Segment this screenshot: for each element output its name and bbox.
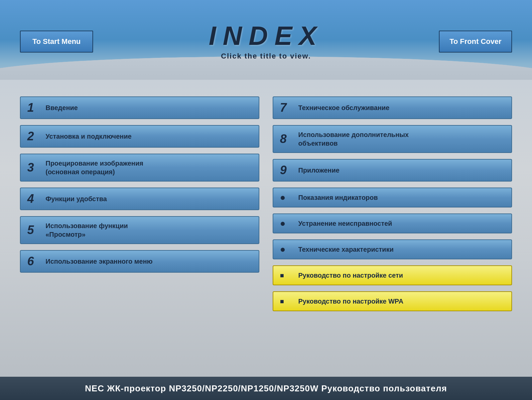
index-subtitle: Click the title to view. bbox=[93, 52, 439, 61]
left-item-2[interactable]: 2Установка и подключение bbox=[20, 125, 259, 148]
right-item-4-bullet: ● bbox=[280, 193, 298, 202]
to-front-cover-button[interactable]: To Front Cover bbox=[439, 31, 512, 53]
right-item-7-label: Руководство по настройке сети bbox=[298, 271, 403, 280]
left-item-4-label: Функции удобства bbox=[46, 195, 107, 203]
right-item-4[interactable]: ●Показания индикаторов bbox=[273, 188, 512, 207]
right-item-6-label: Технические характеристики bbox=[298, 245, 394, 254]
left-item-2-number: 2 bbox=[27, 130, 46, 142]
right-item-3[interactable]: 9Приложение bbox=[273, 159, 512, 182]
header-center: INDEX Click the title to view. bbox=[93, 23, 439, 61]
left-item-6[interactable]: 6Использование экранного меню bbox=[20, 250, 259, 273]
right-item-8[interactable]: ■Руководство по настройке WPA bbox=[273, 291, 512, 311]
right-column: 7Техническое обслуживание8Использование … bbox=[273, 96, 512, 367]
left-item-4-number: 4 bbox=[27, 193, 46, 205]
right-item-5-label: Устранение неисправностей bbox=[298, 219, 392, 228]
right-item-3-number: 9 bbox=[280, 164, 298, 176]
left-item-6-label: Использование экранного меню bbox=[46, 257, 153, 266]
right-item-2-label: Использование дополнительных объективов bbox=[298, 130, 409, 148]
left-item-5-label: Использование функции «Просмотр» bbox=[46, 221, 128, 239]
header: To Start Menu INDEX Click the title to v… bbox=[0, 0, 532, 80]
footer: NEC ЖК-проектор NP3250/NP2250/NP1250/NP3… bbox=[0, 377, 532, 400]
right-item-1-label: Техническое обслуживание bbox=[298, 103, 389, 112]
right-item-5[interactable]: ●Устранение неисправностей bbox=[273, 213, 512, 233]
right-item-2[interactable]: 8Использование дополнительных объективов bbox=[273, 125, 512, 153]
main-content: 1Введение2Установка и подключение3Проеци… bbox=[0, 80, 532, 377]
index-title: INDEX bbox=[93, 23, 439, 49]
left-item-1-number: 1 bbox=[27, 102, 46, 114]
footer-text: NEC ЖК-проектор NP3250/NP2250/NP1250/NP3… bbox=[85, 383, 447, 394]
to-start-menu-button[interactable]: To Start Menu bbox=[20, 31, 93, 53]
left-item-6-number: 6 bbox=[27, 255, 46, 267]
left-item-2-label: Установка и подключение bbox=[46, 132, 132, 141]
right-item-3-label: Приложение bbox=[298, 166, 339, 175]
right-item-6-bullet: ● bbox=[280, 245, 298, 254]
right-item-8-label: Руководство по настройке WPA bbox=[298, 297, 403, 306]
left-item-4[interactable]: 4Функции удобства bbox=[20, 188, 259, 210]
left-item-1-label: Введение bbox=[46, 103, 78, 112]
left-item-5[interactable]: 5Использование функции «Просмотр» bbox=[20, 216, 259, 244]
left-item-5-number: 5 bbox=[27, 224, 46, 236]
right-item-5-bullet: ● bbox=[280, 219, 298, 228]
left-item-3[interactable]: 3Проецирование изображения (основная опе… bbox=[20, 154, 259, 182]
left-item-3-number: 3 bbox=[27, 162, 46, 174]
right-item-4-label: Показания индикаторов bbox=[298, 193, 378, 202]
right-item-2-number: 8 bbox=[280, 133, 298, 145]
right-item-6[interactable]: ●Технические характеристики bbox=[273, 239, 512, 259]
right-item-1[interactable]: 7Техническое обслуживание bbox=[273, 96, 512, 119]
left-item-1[interactable]: 1Введение bbox=[20, 96, 259, 119]
right-item-1-number: 7 bbox=[280, 102, 298, 114]
right-item-8-bullet: ■ bbox=[280, 298, 298, 305]
left-column: 1Введение2Установка и подключение3Проеци… bbox=[20, 96, 259, 367]
right-item-7-bullet: ■ bbox=[280, 272, 298, 279]
left-item-3-label: Проецирование изображения (основная опер… bbox=[46, 159, 143, 176]
right-item-7[interactable]: ■Руководство по настройке сети bbox=[273, 265, 512, 285]
